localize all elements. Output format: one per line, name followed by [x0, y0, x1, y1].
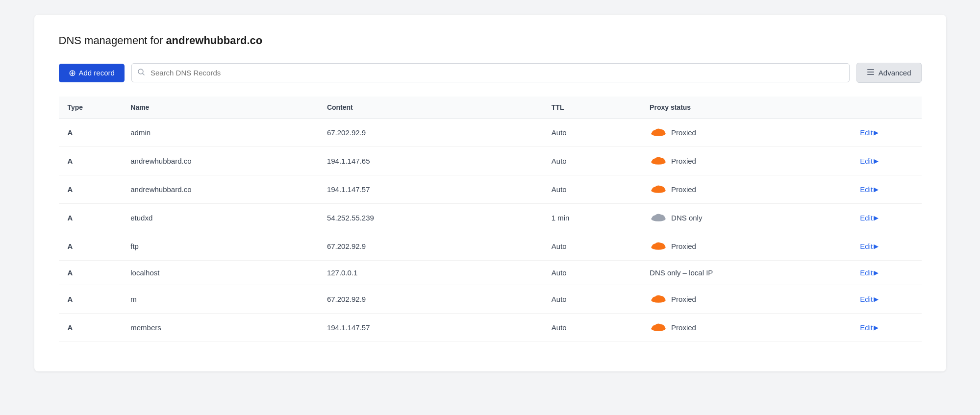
advanced-button[interactable]: Advanced: [856, 63, 922, 83]
plus-icon: ⊕: [69, 69, 76, 77]
proxy-status-text: Proxied: [671, 295, 696, 303]
record-name: m: [122, 285, 318, 314]
col-header-type: Type: [59, 97, 122, 119]
main-container: DNS management for andrewhubbard.co ⊕ Ad…: [34, 15, 946, 371]
record-name: members: [122, 314, 318, 342]
dns-table: Type Name Content TTL Proxy status A adm…: [59, 97, 922, 342]
proxy-status-text: Proxied: [671, 185, 696, 194]
table-body: A admin 67.202.92.9 Auto Proxied Edit ▶: [59, 119, 922, 342]
record-action: Edit ▶: [851, 261, 921, 285]
add-record-button[interactable]: ⊕ Add record: [59, 64, 125, 82]
arrow-icon: ▶: [874, 243, 879, 250]
cloud-icon: [650, 212, 667, 224]
record-name: andrewhubbard.co: [122, 175, 318, 204]
record-content: 194.1.147.57: [318, 175, 543, 204]
svg-point-8: [655, 128, 662, 134]
record-proxy-status: Proxied: [641, 232, 851, 261]
record-content: 194.1.147.57: [318, 314, 543, 342]
svg-point-20: [655, 214, 662, 220]
proxy-status-text: Proxied: [671, 128, 696, 137]
record-ttl: Auto: [543, 175, 641, 204]
arrow-icon: ▶: [874, 129, 879, 136]
edit-link[interactable]: Edit ▶: [860, 214, 912, 222]
record-proxy-status: Proxied: [641, 119, 851, 147]
record-action: Edit ▶: [851, 204, 921, 232]
record-action: Edit ▶: [851, 175, 921, 204]
edit-link[interactable]: Edit ▶: [860, 242, 912, 250]
proxy-status-text: Proxied: [671, 157, 696, 165]
record-ttl: Auto: [543, 314, 641, 342]
record-type: A: [59, 204, 122, 232]
edit-link[interactable]: Edit ▶: [860, 295, 912, 303]
search-wrapper: [131, 63, 850, 82]
record-content: 194.1.147.65: [318, 147, 543, 175]
svg-rect-2: [867, 69, 874, 70]
proxy-status-text: Proxied: [671, 242, 696, 250]
record-ttl: 1 min: [543, 204, 641, 232]
record-content: 67.202.92.9: [318, 232, 543, 261]
col-header-content: Content: [318, 97, 543, 119]
record-name: etudxd: [122, 204, 318, 232]
record-ttl: Auto: [543, 232, 641, 261]
record-action: Edit ▶: [851, 119, 921, 147]
cloud-icon: [650, 155, 667, 167]
record-type: A: [59, 119, 122, 147]
record-name: andrewhubbard.co: [122, 147, 318, 175]
table-row: A ftp 67.202.92.9 Auto Proxied Edit ▶: [59, 232, 922, 261]
table-row: A m 67.202.92.9 Auto Proxied Edit ▶: [59, 285, 922, 314]
record-proxy-status: DNS only – local IP: [641, 261, 851, 285]
edit-link[interactable]: Edit ▶: [860, 323, 912, 332]
proxy-status-text: DNS only – local IP: [650, 269, 713, 277]
record-ttl: Auto: [543, 119, 641, 147]
record-ttl: Auto: [543, 285, 641, 314]
edit-link[interactable]: Edit ▶: [860, 157, 912, 165]
record-type: A: [59, 314, 122, 342]
table-row: A andrewhubbard.co 194.1.147.57 Auto Pro…: [59, 175, 922, 204]
record-content: 127.0.0.1: [318, 261, 543, 285]
arrow-icon: ▶: [874, 269, 879, 276]
svg-point-24: [655, 242, 662, 248]
svg-rect-4: [867, 74, 874, 75]
search-input[interactable]: [131, 63, 850, 82]
arrow-icon: ▶: [874, 186, 879, 193]
proxy-status-text: Proxied: [671, 323, 696, 332]
record-proxy-status: Proxied: [641, 175, 851, 204]
record-type: A: [59, 232, 122, 261]
edit-link[interactable]: Edit ▶: [860, 185, 912, 194]
record-proxy-status: DNS only: [641, 204, 851, 232]
edit-link[interactable]: Edit ▶: [860, 128, 912, 137]
table-row: A admin 67.202.92.9 Auto Proxied Edit ▶: [59, 119, 922, 147]
svg-point-32: [655, 323, 662, 329]
list-icon: [867, 68, 875, 77]
record-name: admin: [122, 119, 318, 147]
cloud-icon: [650, 240, 667, 252]
record-action: Edit ▶: [851, 285, 921, 314]
cloud-icon: [650, 293, 667, 305]
table-header: Type Name Content TTL Proxy status: [59, 97, 922, 119]
record-proxy-status: Proxied: [641, 285, 851, 314]
col-header-action: [851, 97, 921, 119]
arrow-icon: ▶: [874, 324, 879, 331]
table-row: A etudxd 54.252.55.239 1 min DNS only Ed…: [59, 204, 922, 232]
page-title: DNS management for andrewhubbard.co: [59, 34, 922, 47]
cloud-icon: [650, 126, 667, 139]
record-content: 54.252.55.239: [318, 204, 543, 232]
edit-link[interactable]: Edit ▶: [860, 269, 912, 277]
arrow-icon: ▶: [874, 157, 879, 165]
record-proxy-status: Proxied: [641, 147, 851, 175]
col-header-proxy: Proxy status: [641, 97, 851, 119]
cloud-icon: [650, 183, 667, 195]
table-row: A andrewhubbard.co 194.1.147.65 Auto Pro…: [59, 147, 922, 175]
record-action: Edit ▶: [851, 314, 921, 342]
record-type: A: [59, 147, 122, 175]
svg-rect-3: [867, 72, 874, 73]
record-type: A: [59, 285, 122, 314]
arrow-icon: ▶: [874, 295, 879, 303]
col-header-ttl: TTL: [543, 97, 641, 119]
svg-point-12: [655, 157, 662, 163]
record-ttl: Auto: [543, 147, 641, 175]
record-action: Edit ▶: [851, 232, 921, 261]
record-type: A: [59, 175, 122, 204]
svg-point-28: [655, 295, 662, 301]
record-action: Edit ▶: [851, 147, 921, 175]
